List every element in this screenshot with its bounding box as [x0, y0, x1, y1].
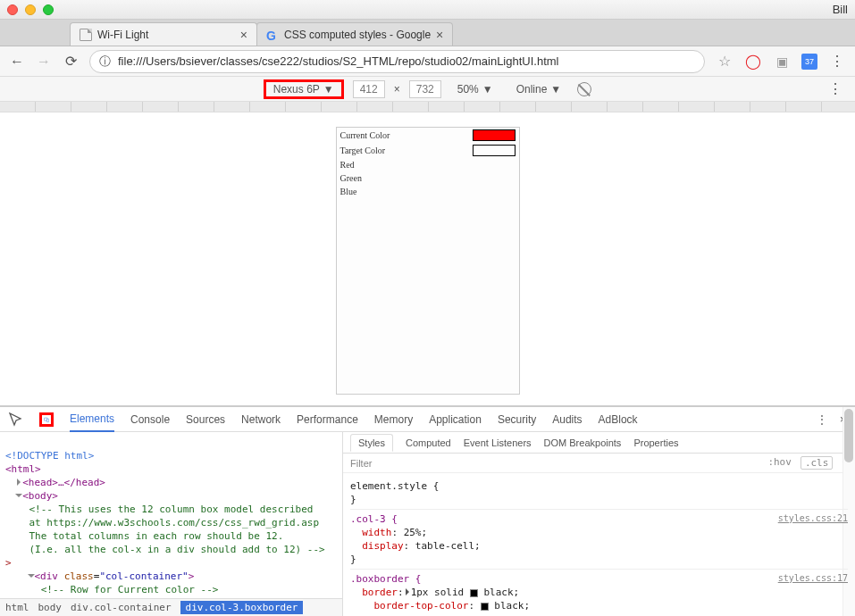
- rule-col-3: styles.css:21 .col-3 { width: 25%; displ…: [350, 510, 848, 570]
- styles-filter-bar: Filter :hov .cls +: [343, 454, 855, 473]
- viewport-width-input[interactable]: [353, 80, 385, 98]
- tab-performance[interactable]: Performance: [297, 413, 358, 426]
- device-select[interactable]: Nexus 6P ▼: [264, 79, 344, 99]
- tab-adblock[interactable]: AdBlock: [599, 413, 638, 426]
- document-icon: [80, 29, 92, 41]
- close-tab-icon[interactable]: ×: [240, 28, 247, 42]
- maximize-window-button[interactable]: [43, 4, 54, 15]
- browser-menu-icon[interactable]: ⋮: [828, 53, 846, 71]
- evernote-extension-icon[interactable]: ▣: [773, 53, 791, 71]
- calendar-extension-icon[interactable]: 37: [801, 54, 817, 70]
- dropdown-icon: ▼: [550, 83, 561, 96]
- tab-event-listeners[interactable]: Event Listeners: [464, 437, 532, 448]
- user-name: Bill: [833, 3, 848, 16]
- label: Current Color: [340, 130, 473, 140]
- url-text: file:///Users/bsiever/classes/cse222/stu…: [118, 54, 559, 68]
- rule-element-style: element.style { }: [350, 477, 848, 510]
- breadcrumb-item-selected[interactable]: div.col-3.boxborder: [180, 601, 304, 614]
- window-titlebar: Bill: [0, 0, 855, 20]
- devtools-menu-icon[interactable]: ⋮: [817, 413, 827, 426]
- rule-boxborder: styles.css:17 .boxborder { border:1px so…: [350, 570, 848, 615]
- breadcrumb-item[interactable]: html: [5, 602, 29, 613]
- browser-tabs: Wi-Fi Light × G CSS computed styles - Go…: [0, 20, 855, 46]
- reload-button[interactable]: ⟳: [63, 54, 79, 70]
- source-link[interactable]: styles.css:21: [778, 512, 848, 525]
- tab-elements[interactable]: Elements: [70, 412, 114, 432]
- cls-toggle[interactable]: .cls: [801, 456, 834, 470]
- breadcrumb[interactable]: html body div.col-container div.col-3.bo…: [0, 598, 342, 616]
- devtools-body: <!DOCTYPE html> <html> <head>…</head> <b…: [0, 432, 855, 616]
- page-content: Current Color Target Color Red Green Blu…: [336, 127, 520, 395]
- viewport-height-input[interactable]: [409, 80, 441, 98]
- color-swatch-icon: [470, 589, 478, 597]
- row-red: Red: [337, 158, 519, 171]
- tab-console[interactable]: Console: [130, 413, 170, 426]
- tab-properties[interactable]: Properties: [633, 437, 678, 448]
- forward-button[interactable]: →: [36, 54, 52, 70]
- row-target-color: Target Color: [337, 143, 519, 158]
- tab-css-computed[interactable]: G CSS computed styles - Google ×: [256, 22, 453, 46]
- dropdown-icon: ▼: [482, 83, 493, 96]
- tab-title: Wi-Fi Light: [97, 29, 148, 41]
- opera-extension-icon[interactable]: ◯: [744, 53, 762, 71]
- devtools-panel: Elements Console Sources Network Perform…: [0, 405, 855, 616]
- tab-styles[interactable]: Styles: [350, 434, 393, 452]
- tab-security[interactable]: Security: [498, 413, 536, 426]
- row-blue: Blue: [337, 185, 519, 198]
- network-select[interactable]: Online ▼: [509, 79, 569, 99]
- device-toolbar: Nexus 6P ▼ × 50% ▼ Online ▼ ⋮: [0, 77, 855, 102]
- tab-title: CSS computed styles - Google: [284, 29, 431, 41]
- tab-application[interactable]: Application: [429, 413, 482, 426]
- styles-tabs: Styles Computed Event Listeners DOM Brea…: [343, 432, 855, 454]
- tab-network[interactable]: Network: [241, 413, 281, 426]
- tab-wifi-light[interactable]: Wi-Fi Light ×: [70, 22, 257, 46]
- current-color-swatch: [473, 129, 516, 141]
- filter-input[interactable]: Filter: [350, 458, 372, 469]
- tab-sources[interactable]: Sources: [186, 413, 225, 426]
- close-window-button[interactable]: [7, 4, 18, 15]
- dropdown-icon: ▼: [323, 83, 334, 96]
- tab-memory[interactable]: Memory: [374, 413, 413, 426]
- ruler: [0, 102, 855, 112]
- breadcrumb-item[interactable]: div.col-container: [71, 602, 172, 613]
- tab-audits[interactable]: Audits: [552, 413, 582, 426]
- color-swatch-icon: [481, 603, 489, 611]
- elements-tree[interactable]: <!DOCTYPE html> <html> <head>…</head> <b…: [0, 432, 343, 616]
- tab-computed[interactable]: Computed: [406, 437, 451, 448]
- label: Red: [340, 160, 516, 170]
- row-green: Green: [337, 171, 519, 185]
- url-field[interactable]: ⓘ file:///Users/bsiever/classes/cse222/s…: [89, 50, 705, 73]
- css-rules[interactable]: element.style { } styles.css:21 .col-3 {…: [343, 473, 855, 616]
- times-symbol: ×: [394, 83, 400, 96]
- info-icon[interactable]: ⓘ: [99, 54, 111, 70]
- inspect-element-icon[interactable]: [9, 412, 23, 427]
- zoom-select[interactable]: 50% ▼: [450, 79, 500, 99]
- label: Green: [340, 173, 516, 183]
- close-tab-icon[interactable]: ×: [436, 28, 443, 42]
- emulated-viewport: Current Color Target Color Red Green Blu…: [0, 112, 855, 405]
- devtools-tabs: Elements Console Sources Network Perform…: [0, 407, 855, 432]
- target-color-swatch: [473, 145, 516, 156]
- device-menu-icon[interactable]: ⋮: [828, 80, 842, 97]
- google-icon: G: [266, 29, 279, 41]
- hov-toggle[interactable]: :hov: [767, 456, 792, 470]
- bookmark-star-icon[interactable]: ☆: [716, 53, 733, 71]
- tab-dom-breakpoints[interactable]: DOM Breakpoints: [544, 437, 622, 448]
- label: Target Color: [340, 146, 473, 155]
- address-bar: ← → ⟳ ⓘ file:///Users/bsiever/classes/cs…: [0, 46, 855, 77]
- label: Blue: [340, 187, 516, 196]
- minimize-window-button[interactable]: [25, 4, 36, 15]
- breadcrumb-item[interactable]: body: [38, 602, 63, 613]
- toggle-device-toolbar-icon[interactable]: [39, 412, 54, 427]
- back-button[interactable]: ←: [9, 54, 25, 70]
- traffic-lights: [7, 4, 54, 15]
- rotate-icon[interactable]: [577, 82, 591, 96]
- styles-pane: Styles Computed Event Listeners DOM Brea…: [343, 432, 855, 616]
- row-current-color: Current Color: [337, 128, 519, 143]
- source-link[interactable]: styles.css:17: [778, 571, 848, 585]
- svg-rect-1: [46, 419, 48, 421]
